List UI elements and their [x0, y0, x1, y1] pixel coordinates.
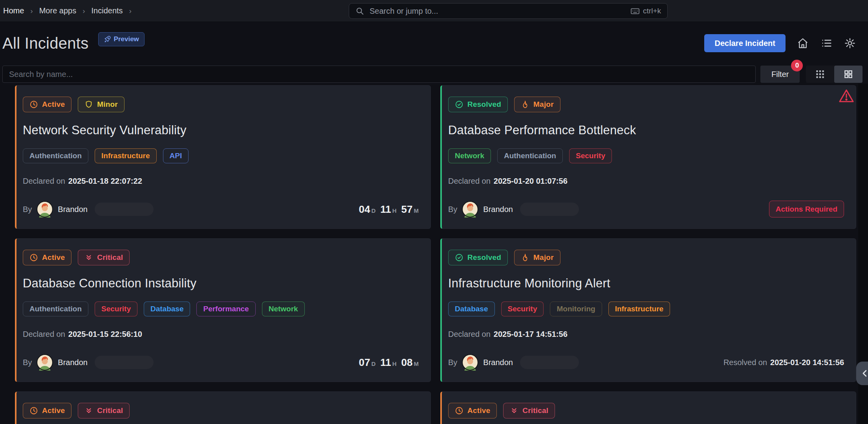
incident-card[interactable]: ResolvedMajor Database Performance Bottl… — [440, 85, 856, 229]
declared-on-label: Declared on — [23, 177, 65, 185]
status-badge-label: Active — [42, 100, 65, 109]
tag-row: DatabaseSecurityMonitoringInfrastructure — [448, 302, 844, 316]
drawer-open-handle[interactable] — [856, 362, 868, 385]
breadcrumb-separator: › — [82, 7, 85, 15]
severity-badge: Critical — [503, 403, 555, 419]
severity-badge: Minor — [78, 97, 125, 112]
byline: By Brandon — [448, 354, 579, 371]
list-icon[interactable] — [820, 37, 833, 49]
declared-line: Declared on2025-01-20 01:07:56 — [448, 177, 844, 186]
status-badge-label: Active — [42, 253, 65, 262]
byline: By Brandon — [448, 201, 579, 217]
incident-card[interactable]: ActiveCritical — [440, 391, 856, 424]
table-view-button[interactable] — [806, 66, 834, 83]
incident-card-grid: ActiveMinor Network Security Vulnerabili… — [15, 85, 856, 424]
declared-on-date: 2025-01-15 22:56:10 — [68, 330, 142, 338]
home-icon[interactable] — [797, 37, 809, 49]
tag-authentication[interactable]: Authentication — [497, 148, 563, 163]
declared-on-date: 2025-01-18 22:07:22 — [68, 177, 142, 185]
incident-card[interactable]: ActiveCritical — [15, 391, 431, 424]
right-edge-strip — [858, 84, 868, 424]
chevrons-down-icon — [510, 406, 518, 415]
badge-row: ActiveCritical — [448, 403, 844, 419]
declared-line: Declared on2025-01-15 22:56:10 — [23, 330, 419, 339]
flame-icon — [521, 100, 529, 109]
tag-monitoring[interactable]: Monitoring — [550, 302, 602, 316]
severity-badge: Critical — [78, 403, 130, 419]
declare-incident-button[interactable]: Declare Incident — [704, 34, 786, 52]
status-badge-label: Active — [467, 406, 490, 415]
clock-icon — [29, 406, 38, 415]
incident-card[interactable]: ActiveMinor Network Security Vulnerabili… — [15, 85, 431, 229]
filter-button[interactable]: Filter 0 — [760, 66, 800, 83]
tag-authentication[interactable]: Authentication — [23, 148, 88, 163]
card-footer: By Brandon 07D11H08M — [23, 354, 419, 371]
tag-infrastructure[interactable]: Infrastructure — [608, 302, 670, 316]
keyboard-shortcut: ctrl+k — [630, 6, 661, 16]
tag-network[interactable]: Network — [448, 148, 491, 163]
tag-performance[interactable]: Performance — [196, 302, 255, 316]
avatar — [37, 354, 53, 371]
chevrons-down-icon — [84, 253, 93, 262]
name-search-input[interactable] — [2, 66, 756, 83]
breadcrumb-separator: › — [30, 7, 33, 15]
tag-api[interactable]: API — [163, 148, 189, 163]
chevron-left-icon — [859, 368, 868, 379]
tag-security[interactable]: Security — [569, 148, 612, 163]
preview-badge: Preview — [98, 32, 145, 46]
by-label: By — [23, 205, 32, 214]
declared-on-date: 2025-01-20 01:07:56 — [494, 177, 568, 185]
chevrons-down-icon — [84, 406, 93, 415]
incident-title: Infrastructure Monitoring Alert — [448, 276, 844, 291]
severity-badge: Major — [514, 250, 560, 265]
redacted-name-pill — [95, 203, 154, 216]
breadcrumb-incidents[interactable]: Incidents — [92, 6, 123, 15]
redacted-name-pill — [520, 203, 579, 216]
status-badge-label: Active — [42, 406, 65, 415]
redacted-name-pill — [95, 356, 154, 369]
tag-database[interactable]: Database — [144, 302, 190, 316]
rocket-icon — [104, 36, 111, 43]
footer-right: 07D11H08M — [359, 356, 419, 369]
filter-label: Filter — [771, 70, 789, 79]
tag-security[interactable]: Security — [95, 302, 137, 316]
clock-icon — [455, 406, 463, 415]
byline: By Brandon — [23, 354, 154, 371]
tag-infrastructure[interactable]: Infrastructure — [95, 148, 157, 163]
badge-row: ActiveMinor — [23, 97, 419, 112]
breadcrumb-home[interactable]: Home — [3, 6, 24, 15]
status-badge: Active — [23, 97, 71, 112]
view-toggle — [806, 66, 863, 83]
card-view-button[interactable] — [834, 66, 863, 83]
incident-duration: 07D11H08M — [359, 356, 419, 369]
tag-database[interactable]: Database — [448, 302, 495, 316]
global-search-box[interactable]: ctrl+k — [349, 3, 668, 19]
incident-card[interactable]: ActiveCritical Database Connection Insta… — [15, 238, 431, 382]
by-label: By — [23, 358, 32, 367]
author-name: Brandon — [483, 205, 513, 214]
tag-network[interactable]: Network — [262, 302, 305, 316]
gear-icon[interactable] — [844, 37, 856, 49]
check-circle-icon — [455, 253, 463, 262]
warning-triangle-icon — [839, 89, 854, 103]
declared-line: Declared on2025-01-17 14:51:56 — [448, 330, 844, 339]
table-grid-icon — [815, 69, 825, 79]
status-badge: Active — [23, 250, 71, 265]
severity-badge-label: Critical — [522, 406, 548, 415]
avatar — [462, 354, 478, 371]
tag-authentication[interactable]: Authentication — [23, 302, 88, 316]
incident-card[interactable]: ResolvedMajor Infrastructure Monitoring … — [440, 238, 856, 382]
declared-on-date: 2025-01-17 14:51:56 — [494, 330, 568, 338]
breadcrumb-more-apps[interactable]: More apps — [39, 6, 77, 15]
declared-line: Declared on2025-01-18 22:07:22 — [23, 177, 419, 186]
author-name: Brandon — [58, 358, 88, 367]
card-grid-icon — [843, 69, 853, 79]
byline: By Brandon — [23, 201, 154, 217]
card-footer: By Brandon Actions Required — [448, 201, 844, 217]
tag-security[interactable]: Security — [501, 302, 544, 316]
status-badge: Active — [448, 403, 497, 419]
global-search-input[interactable] — [369, 6, 626, 16]
footer-right: Actions Required — [769, 205, 844, 214]
incident-title: Database Performance Bottleneck — [448, 123, 844, 137]
status-badge: Resolved — [448, 250, 508, 265]
